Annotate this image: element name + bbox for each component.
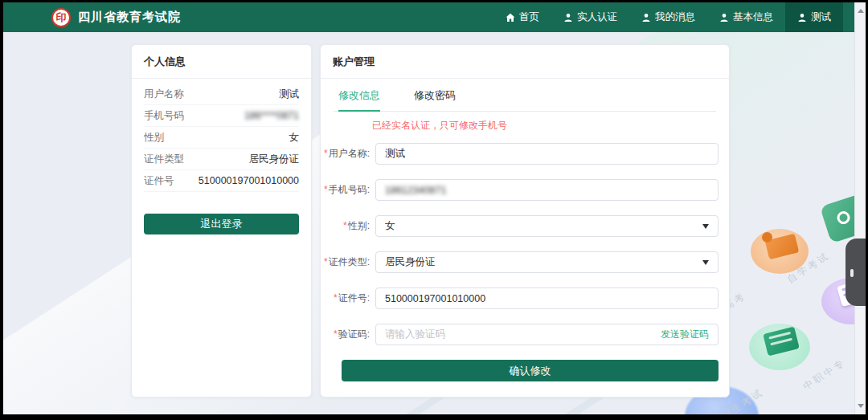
- seal-logo-icon: 印: [51, 8, 71, 27]
- verification-code-placeholder: 请输入验证码: [385, 328, 445, 341]
- site-title: 四川省教育考试院: [78, 10, 181, 25]
- main-nav: 首页 实人认证 我的消息 基本信息 测试: [493, 2, 843, 32]
- info-row-phone: 手机号码 186****0871: [144, 105, 299, 127]
- scroll-up-arrow-icon[interactable]: [858, 6, 864, 13]
- field-label: *证件号:: [321, 292, 375, 305]
- phone-value-redacted: 18612340871: [385, 185, 446, 196]
- tab-modify-password[interactable]: 修改密码: [414, 88, 456, 111]
- page: 自学考试 成人高考 中职中专 招生考试 印 四川省教育考试院 首页 实人认证: [3, 2, 866, 414]
- row-value: 测试: [279, 88, 299, 101]
- required-asterisk: *: [324, 184, 328, 195]
- row-label: 证件类型: [144, 153, 184, 166]
- floating-widget-handle[interactable]: [845, 239, 866, 306]
- required-asterisk: *: [343, 220, 347, 231]
- nav-item-my-messages[interactable]: 我的消息: [629, 2, 707, 32]
- row-value-redacted: 186****0871: [244, 110, 299, 121]
- row-label: 证件号: [144, 174, 174, 188]
- home-icon: [506, 13, 515, 22]
- nav-item-home[interactable]: 首页: [493, 2, 551, 32]
- brand: 印 四川省教育考试院: [51, 8, 181, 27]
- personal-info-rows: 用户名称 测试 手机号码 186****0871 性别 女 证件类型 居民身份证…: [132, 79, 311, 192]
- personal-info-title: 个人信息: [132, 45, 311, 79]
- user-icon: [641, 13, 651, 22]
- tab-modify-info[interactable]: 修改信息: [338, 88, 380, 112]
- field-label: *手机号码:: [321, 183, 375, 197]
- required-asterisk: *: [324, 148, 328, 159]
- nav-item-user-test[interactable]: 测试: [785, 2, 843, 32]
- row-label: 用户名称: [144, 88, 184, 101]
- nav-item-basic-info[interactable]: 基本信息: [707, 2, 785, 32]
- nav-label: 我的消息: [655, 10, 695, 24]
- phone-input[interactable]: 18612340871: [375, 179, 719, 201]
- account-management-title: 账户管理: [321, 45, 729, 79]
- send-code-link[interactable]: 发送验证码: [661, 328, 709, 341]
- verification-code-input[interactable]: 请输入验证码 发送验证码: [375, 324, 719, 345]
- confirm-modify-button[interactable]: 确认修改: [342, 360, 719, 381]
- chevron-down-icon: [702, 260, 709, 268]
- row-value: 510000197001010000: [199, 175, 299, 186]
- nav-label: 测试: [811, 10, 831, 24]
- info-row-id-number: 证件号 510000197001010000: [144, 170, 299, 192]
- form-row-username: *用户名称: 测试: [321, 143, 719, 165]
- nav-item-real-person-auth[interactable]: 实人认证: [551, 2, 629, 32]
- id-type-select[interactable]: 居民身份证: [375, 251, 719, 273]
- gender-value: 女: [385, 219, 395, 233]
- field-label: *验证码:: [321, 328, 375, 341]
- id-number-value: 510000197001010000: [385, 293, 485, 304]
- account-tabs: 修改信息 修改密码: [334, 88, 716, 112]
- row-label: 性别: [144, 131, 164, 145]
- field-label: *性别:: [321, 219, 375, 233]
- required-asterisk: *: [324, 256, 328, 267]
- form-row-id-type: *证件类型: 居民身份证: [321, 251, 719, 273]
- row-value: 居民身份证: [249, 153, 300, 166]
- row-label: 手机号码: [144, 109, 184, 123]
- form-row-verification-code: *验证码: 请输入验证码 发送验证码: [321, 324, 719, 345]
- account-management-card: 账户管理 修改信息 修改密码 已经实名认证，只可修改手机号 *用户名称: 测试 …: [320, 44, 730, 398]
- required-asterisk: *: [334, 328, 338, 340]
- watermark-text: 中职中专: [800, 356, 849, 393]
- user-icon: [719, 13, 729, 22]
- info-row-id-type: 证件类型 居民身份证: [144, 149, 299, 170]
- row-value: 女: [289, 131, 300, 145]
- vocational-exam-icon: [749, 324, 810, 370]
- logout-button[interactable]: 退出登录: [144, 214, 299, 234]
- info-row-username: 用户名称 测试: [144, 84, 299, 105]
- form-row-phone: *手机号码: 18612340871: [321, 179, 719, 201]
- modify-info-form: *用户名称: 测试 *手机号码: 18612340871 *性别: 女: [321, 143, 729, 345]
- nav-label: 首页: [519, 10, 539, 24]
- user-icon: [797, 13, 807, 22]
- field-label: *用户名称:: [321, 147, 375, 161]
- window-frame: 自学考试 成人高考 中职中专 招生考试 印 四川省教育考试院 首页 实人认证: [0, 0, 868, 420]
- user-icon: [563, 13, 573, 22]
- top-navbar: 印 四川省教育考试院 首页 实人认证 我的消息: [3, 2, 854, 32]
- realname-verified-notice: 已经实名认证，只可修改手机号: [372, 119, 729, 133]
- form-row-id-number: *证件号: 510000197001010000: [321, 287, 719, 309]
- field-label: *证件类型:: [321, 255, 375, 269]
- username-input[interactable]: 测试: [375, 143, 719, 165]
- id-type-value: 居民身份证: [385, 255, 436, 269]
- id-number-input[interactable]: 510000197001010000: [375, 287, 719, 309]
- gender-select[interactable]: 女: [375, 215, 719, 237]
- scroll-down-arrow-icon[interactable]: [858, 404, 864, 411]
- nav-label: 基本信息: [733, 10, 773, 24]
- vertical-scrollbar[interactable]: [854, 2, 866, 414]
- nav-label: 实人认证: [577, 10, 617, 24]
- info-row-gender: 性别 女: [144, 127, 299, 149]
- form-row-gender: *性别: 女: [321, 215, 719, 237]
- required-asterisk: *: [334, 292, 338, 304]
- chevron-down-icon: [702, 224, 709, 232]
- personal-info-card: 个人信息 用户名称 测试 手机号码 186****0871 性别 女 证件类型 …: [131, 44, 312, 398]
- username-value: 测试: [385, 147, 405, 161]
